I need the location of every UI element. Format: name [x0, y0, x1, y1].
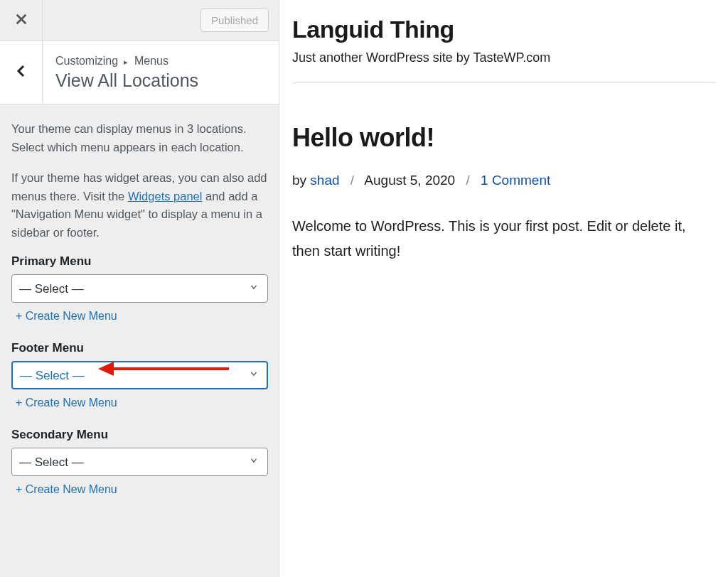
create-new-menu-link[interactable]: + Create New Menu [16, 483, 117, 496]
post-author-link[interactable]: shad [310, 173, 339, 188]
sidebar-header: Published [0, 0, 279, 41]
breadcrumb-row: Customizing ▸ Menus View All Locations [0, 41, 279, 104]
menu-location-section: Footer Menu— Select —+ Create New Menu [11, 341, 267, 409]
meta-separator: / [350, 173, 354, 188]
panel-description-1: Your theme can display menus in 3 locati… [11, 120, 267, 156]
menu-location-section: Primary Menu— Select —+ Create New Menu [11, 254, 267, 323]
post-meta: by shad / August 5, 2020 / 1 Comment [292, 173, 715, 188]
widgets-panel-link[interactable]: Widgets panel [128, 190, 203, 203]
panel-title: View All Locations [55, 70, 198, 91]
post-title[interactable]: Hello world! [292, 123, 715, 153]
create-new-menu-link[interactable]: + Create New Menu [16, 310, 117, 323]
breadcrumb-parent: Customizing [55, 55, 118, 67]
meta-separator: / [466, 173, 469, 188]
close-button[interactable] [0, 0, 43, 41]
breadcrumb-separator-icon: ▸ [124, 58, 128, 66]
create-new-menu-link[interactable]: + Create New Menu [16, 397, 117, 409]
panel-body: Your theme can display menus in 3 locati… [0, 104, 279, 530]
breadcrumb-current: Menus [134, 55, 168, 67]
site-preview: Languid Thing Just another WordPress sit… [279, 0, 728, 577]
post-content: Welcome to WordPress. This is your first… [292, 214, 715, 264]
panel-description-2: If your theme has widget areas, you can … [11, 169, 267, 242]
menu-location-label: Primary Menu [11, 254, 267, 269]
menu-location-label: Secondary Menu [11, 428, 267, 442]
site-title[interactable]: Languid Thing [292, 16, 715, 43]
menu-select[interactable]: — Select — [11, 274, 268, 303]
menu-select[interactable]: — Select — [11, 361, 268, 389]
post-comments-link[interactable]: 1 Comment [481, 173, 550, 188]
menu-location-section: Secondary Menu— Select —+ Create New Men… [11, 428, 267, 496]
customizer-sidebar: Published Customizing ▸ Menus View All L… [0, 0, 279, 577]
chevron-left-icon [14, 64, 28, 81]
breadcrumb: Customizing ▸ Menus View All Locations [43, 46, 211, 99]
back-button[interactable] [0, 41, 43, 104]
post-date: August 5, 2020 [364, 173, 455, 188]
preview-header: Languid Thing Just another WordPress sit… [292, 16, 715, 83]
close-icon [15, 13, 28, 28]
menu-location-label: Footer Menu [11, 341, 267, 355]
menu-select[interactable]: — Select — [11, 448, 268, 476]
site-tagline: Just another WordPress site by TasteWP.c… [292, 50, 715, 65]
publish-button[interactable]: Published [200, 9, 269, 32]
